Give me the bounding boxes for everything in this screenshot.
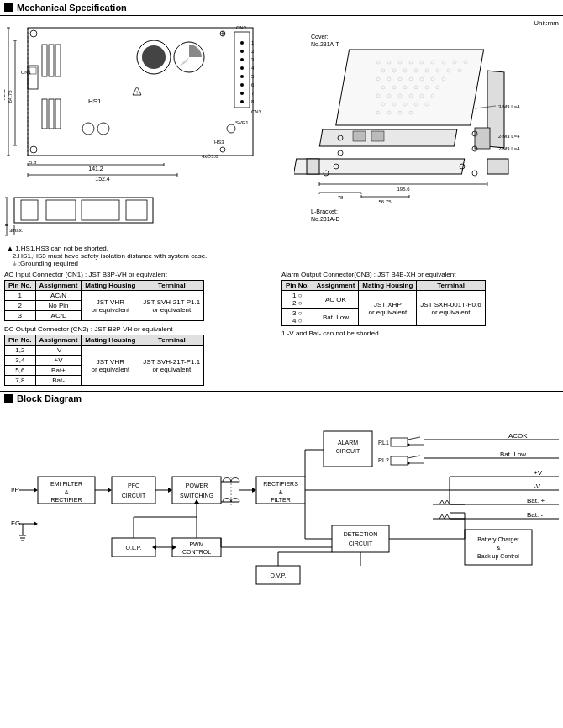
svg-rect-196	[391, 456, 408, 465]
svg-point-42	[240, 75, 244, 78]
alarm-note: 1.-V and Bat- can not be shorted.	[282, 330, 559, 337]
assembly-view-panel: Unit:mm Cover: No.231A-T	[290, 18, 563, 241]
svg-text:&: &	[279, 489, 283, 495]
note-2: 2.HS1,HS3 must have safety isolation dis…	[7, 252, 556, 260]
col-mating: Mating Housing	[82, 281, 139, 291]
svg-text:76.2: 76.2	[4, 89, 6, 101]
pfc-label: PFC	[128, 483, 139, 488]
svg-rect-26	[42, 99, 47, 129]
ac-input-table: Pin No. Assignment Mating Housing Termin…	[4, 280, 204, 321]
svg-point-44	[240, 83, 244, 87]
svg-point-57	[220, 147, 225, 152]
svg-point-55	[30, 146, 37, 153]
svg-text:CONTROL: CONTROL	[182, 549, 211, 555]
pin-alarm-12: 1 ○2 ○	[282, 291, 313, 309]
svg-text:!: !	[136, 90, 138, 95]
assembly-3d-drawing: Cover: No.231A-T	[294, 29, 546, 239]
top-view-drawing: 76.2 64.75 141.2 152.4 5.8 CN1 H	[4, 19, 273, 192]
svg-text:No.231A-T: No.231A-T	[311, 41, 340, 47]
svg-text:152.4: 152.4	[95, 176, 110, 182]
mating-housing-ac: JST VHRor equivalent	[82, 291, 139, 321]
acok-output: ACOK	[508, 432, 528, 440]
svg-text:141.2: 141.2	[88, 166, 103, 171]
svg-marker-231	[152, 545, 156, 550]
svg-marker-184	[252, 488, 256, 493]
block-diagram-svg: I/P FG EMI FILTER & RECTIFIER PFC CIRCUI…	[4, 408, 559, 593]
svg-text:&: &	[65, 489, 69, 495]
svg-point-48	[240, 100, 244, 103]
rl1-label: RL1	[378, 440, 389, 446]
svg-text:2: 2	[251, 49, 255, 54]
svg-text:SVR1: SVR1	[235, 120, 249, 125]
pin-34: 3,4	[5, 356, 36, 366]
svg-text:&: &	[497, 545, 501, 551]
unit-label: Unit:mm	[294, 19, 559, 27]
svg-text:SWITCHING: SWITCHING	[180, 493, 213, 499]
svg-point-54	[30, 30, 37, 37]
svg-text:CIRCUIT: CIRCUIT	[122, 493, 146, 499]
svg-text:HS1: HS1	[88, 98, 102, 105]
bat-plus-output: Bat. +	[527, 497, 545, 504]
svg-text:HS3: HS3	[214, 140, 224, 145]
svg-point-40	[240, 66, 244, 70]
svg-text:3max.: 3max.	[9, 228, 24, 233]
col-assignment: Assignment	[313, 281, 359, 291]
col-pin-no: Pin No.	[5, 335, 36, 346]
plus-v-output: +V	[534, 469, 543, 477]
terminal-ac: JST SVH-21T-P1.1or equivalent	[139, 291, 204, 321]
right-connectors: Alarm Output Connector(CN3) : JST B4B-XH…	[273, 271, 559, 337]
svg-rect-23	[42, 45, 47, 76]
assign-bat-plus: Bat+	[35, 366, 82, 376]
svg-text:CN2: CN2	[236, 25, 247, 30]
svg-point-46	[240, 92, 244, 95]
table-row: 1 AC/N JST VHRor equivalent JST SVH-21T-…	[5, 291, 204, 301]
alarm-output-title: Alarm Output Connector(CN3) : JST B4B-XH…	[282, 271, 559, 278]
col-mating: Mating Housing	[82, 335, 139, 346]
svg-text:2-M3 L=4: 2-M3 L=4	[498, 134, 520, 139]
svg-rect-130	[353, 131, 366, 141]
svg-text:CN3: CN3	[251, 109, 262, 114]
svg-text:56.75: 56.75	[378, 199, 392, 204]
header: Mechanical Specification	[0, 0, 563, 16]
svg-rect-135	[487, 159, 508, 174]
side-view-drawing: 32max. 3max.	[4, 193, 172, 240]
svg-text:No.231A-D: No.231A-D	[311, 216, 340, 222]
svg-rect-174	[112, 477, 155, 504]
pin-56: 5,6	[5, 366, 36, 376]
svg-rect-131	[371, 131, 384, 141]
assign-nopin: No Pin	[35, 301, 82, 311]
svg-text:CIRCUIT: CIRCUIT	[349, 541, 373, 546]
pin-78: 7,8	[5, 376, 36, 386]
svg-text:3-M3 L=4: 3-M3 L=4	[498, 104, 520, 109]
pin-2: 2	[5, 301, 36, 311]
svg-text:32max.: 32max.	[4, 205, 5, 222]
svg-text:2-M3 L=4: 2-M3 L=4	[498, 146, 520, 151]
svg-rect-25	[55, 45, 61, 76]
ovp-label: O.V.P.	[270, 572, 286, 578]
alarm-output-table: Pin No. Assignment Mating Housing Termin…	[282, 280, 486, 326]
svg-marker-177	[168, 488, 172, 493]
svg-text:L-Bracket:: L-Bracket:	[311, 208, 338, 214]
svg-rect-24	[49, 45, 54, 76]
pin-alarm-34: 3 ○4 ○	[282, 309, 313, 326]
terminal-alarm: JST SXH-001T-P0.6or equivalent	[417, 291, 485, 326]
alarm-circuit-label: ALARM	[338, 440, 358, 446]
svg-point-138	[472, 171, 477, 176]
rectifiers-label: RECTIFIERS	[263, 481, 298, 487]
svg-line-191	[408, 437, 420, 440]
svg-point-36	[240, 50, 244, 53]
block-diagram-square-icon	[4, 394, 13, 403]
svg-point-30	[142, 45, 166, 69]
pin-3: 3	[5, 311, 36, 321]
battery-charger-label: Battery Charger	[477, 536, 519, 543]
svg-point-153	[338, 150, 343, 156]
svg-text:7: 7	[251, 91, 255, 96]
bat-minus-output: Bat. -	[527, 511, 543, 519]
svg-rect-73	[126, 200, 147, 220]
col-mating: Mating Housing	[359, 281, 417, 291]
svg-text:FILTER: FILTER	[271, 497, 291, 503]
svg-marker-164	[34, 521, 38, 526]
svg-text:64.75: 64.75	[8, 90, 13, 103]
mechanical-drawings-panel: 76.2 64.75 141.2 152.4 5.8 CN1 H	[0, 18, 290, 241]
ip-label: I/P	[11, 486, 19, 493]
